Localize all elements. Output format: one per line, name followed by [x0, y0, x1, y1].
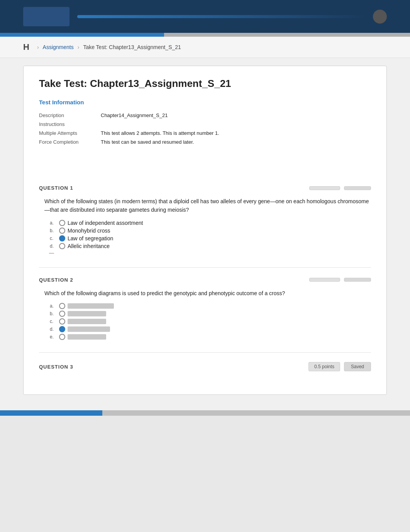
- top-navigation: [0, 0, 410, 33]
- answer-2d[interactable]: d.: [50, 325, 371, 333]
- radio-2b[interactable]: [59, 311, 65, 317]
- question-1-answers: a. Law of independent assortment b. Mono…: [50, 219, 371, 250]
- question-2-text: Which of the following diagrams is used …: [44, 289, 371, 297]
- question-2-meta: [309, 278, 371, 282]
- question-2-label: QUESTION 2: [39, 277, 73, 283]
- instructions-label: Instructions: [39, 120, 101, 129]
- multiple-attempts-label: Multiple Attempts: [39, 129, 101, 138]
- radio-2e[interactable]: [59, 334, 65, 340]
- answer-2a[interactable]: a.: [50, 302, 371, 310]
- breadcrumb-separator-1: ›: [37, 44, 39, 50]
- answer-2b[interactable]: b.: [50, 310, 371, 318]
- description-value: Chapter14_Assignment_S_21: [101, 111, 371, 120]
- answer-1d[interactable]: d. Allelic inheritance: [50, 242, 371, 250]
- breadcrumb-assignments[interactable]: Assignments: [43, 44, 74, 50]
- question-block-1: QUESTION 1 Which of the following states…: [39, 185, 371, 256]
- radio-2c[interactable]: [59, 318, 65, 325]
- question-2-header: QUESTION 2: [39, 277, 371, 283]
- radio-1a[interactable]: [59, 220, 65, 226]
- answer-1a[interactable]: a. Law of independent assortment: [50, 219, 371, 227]
- question-2-points: [309, 278, 340, 282]
- question-3-header: QUESTION 3 0.5 points Saved: [39, 362, 371, 371]
- radio-1b[interactable]: [59, 228, 65, 234]
- question-1-header: QUESTION 1: [39, 185, 371, 191]
- question-3-meta: 0.5 points Saved: [308, 362, 371, 371]
- force-completion-value: This test can be saved and resumed later…: [101, 138, 371, 146]
- answer-1b[interactable]: b. Monohybrid cross: [50, 227, 371, 235]
- test-info-section: Test Information Description Chapter14_A…: [39, 99, 371, 146]
- divider-2: [39, 352, 371, 353]
- user-avatar[interactable]: [373, 10, 387, 24]
- main-content: Take Test: Chapter13_Assignment_S_21 Tes…: [0, 58, 410, 410]
- divider-1: [39, 267, 371, 268]
- progress-strip: [0, 33, 410, 37]
- breadcrumb-separator-2: ›: [78, 44, 80, 50]
- question-2-saved: [344, 278, 371, 282]
- spacer-2: [39, 170, 371, 185]
- question-1-dash: —: [49, 250, 371, 256]
- bottom-progress: [0, 410, 410, 416]
- spacer-1: [39, 154, 371, 170]
- force-completion-row: Force Completion This test can be saved …: [39, 138, 371, 146]
- question-3-label: QUESTION 3: [39, 364, 73, 370]
- answer-1c[interactable]: c. Law of segregation: [50, 235, 371, 242]
- test-info-table: Description Chapter14_Assignment_S_21 In…: [39, 111, 371, 146]
- question-1-points: [309, 186, 340, 190]
- question-1-label: QUESTION 1: [39, 185, 73, 191]
- nav-logo[interactable]: [23, 7, 69, 26]
- question-3-saved: Saved: [344, 362, 371, 371]
- breadcrumb-home[interactable]: H: [23, 42, 29, 52]
- question-1-saved: [344, 186, 371, 190]
- question-block-3: QUESTION 3 0.5 points Saved: [39, 362, 371, 371]
- force-completion-label: Force Completion: [39, 138, 101, 146]
- breadcrumb-current-page: Take Test: Chapter13_Assignment_S_21: [83, 44, 181, 50]
- radio-1c[interactable]: [59, 235, 65, 241]
- question-1-meta: [309, 186, 371, 190]
- answer-2e[interactable]: e.: [50, 333, 371, 341]
- nav-bar: [77, 15, 365, 18]
- instructions-row: Instructions: [39, 120, 371, 129]
- instructions-value: [101, 120, 371, 129]
- multiple-attempts-value: This test allows 2 attempts. This is att…: [101, 129, 371, 138]
- test-title: Take Test: Chapter13_Assignment_S_21: [39, 78, 371, 90]
- test-container: Take Test: Chapter13_Assignment_S_21 Tes…: [23, 66, 387, 395]
- question-3-points: 0.5 points: [308, 362, 340, 371]
- description-row: Description Chapter14_Assignment_S_21: [39, 111, 371, 120]
- answer-2c[interactable]: c.: [50, 318, 371, 325]
- test-info-heading: Test Information: [39, 99, 371, 105]
- breadcrumb: H › Assignments › Take Test: Chapter13_A…: [0, 37, 410, 58]
- multiple-attempts-row: Multiple Attempts This test allows 2 att…: [39, 129, 371, 138]
- radio-2d[interactable]: [59, 326, 65, 332]
- radio-2a[interactable]: [59, 303, 65, 309]
- radio-1d[interactable]: [59, 243, 65, 249]
- question-1-text: Which of the following states (in modern…: [44, 197, 371, 214]
- description-label: Description: [39, 111, 101, 120]
- question-2-answers: a. b. c. d.: [50, 302, 371, 341]
- question-block-2: QUESTION 2 Which of the following diagra…: [39, 277, 371, 341]
